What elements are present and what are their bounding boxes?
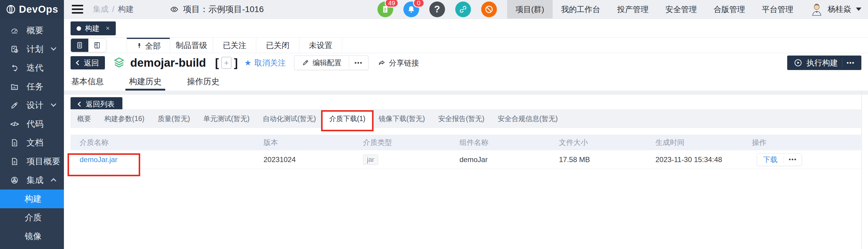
nav-item-workbench[interactable]: 我的工作台 [553, 0, 609, 19]
section-divider [64, 90, 868, 95]
sidebar-item-project-overview[interactable]: 项目概要 [0, 152, 64, 171]
sidebar-item-build[interactable]: 构建 [0, 190, 64, 208]
play-circle-icon [794, 59, 802, 67]
sidebar-item-code[interactable]: </> 代码 [0, 115, 64, 133]
workspace-tab-label: 构建 [85, 24, 99, 33]
user-name: 杨桂焱 [828, 4, 851, 15]
cell-component: demoJar [460, 156, 559, 164]
share-icon [378, 59, 386, 67]
sidebar-item-docs[interactable]: 文档 [0, 133, 64, 152]
help-button[interactable]: ? [429, 1, 445, 17]
top-bar: DevOps 集成 / 构建 项目：示例项目-1016 49 0 ? 项目(群)… [0, 0, 868, 19]
filter-tab-promotion[interactable]: 制品晋级 [170, 38, 213, 53]
section-tab-summary[interactable]: 概要 [70, 109, 98, 128]
close-icon[interactable]: × [106, 24, 110, 32]
gauge-icon [10, 26, 19, 35]
share-link-button[interactable]: 分享链接 [378, 58, 419, 68]
run-build-button[interactable]: 执行构建 ••• [787, 56, 861, 70]
breadcrumb-parent[interactable]: 集成 [93, 4, 108, 15]
layers-icon [113, 56, 125, 69]
edit-more-button[interactable]: ••• [349, 56, 368, 70]
edit-config-button[interactable]: 编辑配置 [294, 56, 349, 70]
sidebar-item-design[interactable]: 设计 [0, 96, 64, 115]
workspace-tab-build[interactable]: 构建 × [70, 22, 116, 35]
pencil-icon [302, 59, 309, 66]
unfollow-button[interactable]: ★ 取消关注 [245, 58, 286, 68]
plan-icon [10, 45, 19, 53]
pin-icon [136, 43, 143, 49]
view-toolbar: 全部 制品晋级 已关注 已关闭 未设置 [64, 38, 868, 53]
edit-config-group: 编辑配置 ••• [294, 56, 368, 70]
section-tabs: 概要 构建参数(16) 质量(暂无) 单元测试(暂无) 自动化测试(暂无) 介质… [70, 109, 861, 128]
do-not-disturb-button[interactable] [481, 1, 497, 17]
link-button[interactable] [455, 1, 471, 17]
tasks-folder-icon [10, 82, 19, 91]
nav-item-production[interactable]: 投产管理 [609, 0, 657, 19]
sidebar-item-tasks[interactable]: 任务 [0, 77, 64, 96]
tab-operation-history[interactable]: 操作历史 [187, 73, 219, 90]
app-logo[interactable]: DevOps [0, 0, 64, 19]
section-tab-build-params[interactable]: 构建参数(16) [98, 109, 151, 128]
nav-item-version[interactable]: 合版管理 [705, 0, 753, 19]
avatar [809, 2, 824, 17]
media-file-link[interactable]: demoJar.jar [80, 156, 117, 164]
section-tab-security-compliance[interactable]: 安全合规信息(暂无) [491, 109, 564, 128]
section-tab-security-report[interactable]: 安全报告(暂无) [431, 109, 491, 128]
menu-toggle-icon[interactable] [72, 5, 83, 13]
section-tab-quality[interactable]: 质量(暂无) [151, 109, 196, 128]
section-tab-auto-test[interactable]: 自动化测试(暂无) [256, 109, 322, 128]
user-menu[interactable]: 杨桂焱 [809, 2, 861, 17]
run-more-button[interactable]: ••• [846, 59, 855, 66]
active-dot-icon [76, 26, 81, 31]
integration-icon [10, 176, 19, 185]
cell-actions: 下载 ••• [752, 153, 861, 166]
filter-tab-followed[interactable]: 已关注 [213, 38, 256, 53]
block-icon [485, 5, 494, 14]
list-view-button[interactable] [71, 39, 88, 52]
sidebar-item-overview[interactable]: 概要 [0, 21, 64, 40]
workspace-tab-bar: 构建 × [64, 19, 868, 38]
sidebar-item-iteration[interactable]: 迭代 [0, 59, 64, 77]
col-header-created-time: 生成时间 [655, 138, 752, 147]
section-tab-image-download[interactable]: 镜像下载(暂无) [372, 109, 431, 128]
ellipsis-icon: ••• [354, 59, 363, 66]
notifications-button[interactable]: 0 [403, 1, 419, 17]
col-header-media-name: 介质名称 [70, 138, 264, 147]
build-header: 返回 demojar-build [ + ] ★ 取消关注 编辑配置 ••• 分… [64, 53, 868, 73]
download-button[interactable]: 下载 [757, 155, 783, 165]
col-header-component: 组件名称 [460, 138, 559, 147]
row-action-group: 下载 ••• [757, 153, 802, 166]
topbar-right: 49 0 ? 项目(群) 我的工作台 投产管理 安全管理 合版管理 平台管理 [377, 0, 868, 19]
board-view-button[interactable] [88, 39, 106, 52]
nav-item-platform[interactable]: 平台管理 [753, 0, 802, 19]
cell-version: 20231024 [264, 156, 363, 164]
bracket-badge: [ + ] [215, 56, 238, 70]
news-badge: 49 [385, 0, 398, 7]
sidebar-item-media[interactable]: 介质 [0, 208, 64, 227]
filter-tab-closed[interactable]: 已关闭 [256, 38, 299, 53]
code-icon: </> [10, 120, 19, 128]
chevron-down-icon [51, 45, 56, 50]
expand-plus-button[interactable]: + [221, 57, 231, 69]
link-icon [459, 5, 467, 13]
nav-item-projects[interactable]: 项目(群) [507, 0, 553, 19]
tab-build-history[interactable]: 构建历史 [129, 73, 162, 90]
detail-tabs: 基本信息 构建历史 操作历史 [64, 73, 868, 90]
media-table: 介质名称 版本 介质类型 组件名称 文件大小 生成时间 操作 demoJar.j… [70, 135, 861, 169]
news-button[interactable]: 49 [377, 1, 393, 17]
breadcrumb: 集成 / 构建 [93, 4, 133, 15]
back-button[interactable]: 返回 [70, 56, 105, 70]
chevron-left-icon [78, 102, 83, 107]
tab-basic-info[interactable]: 基本信息 [71, 73, 104, 90]
filter-tab-unset[interactable]: 未设置 [299, 38, 342, 53]
sidebar-item-plan[interactable]: 计划 [0, 40, 64, 59]
divider [842, 59, 842, 67]
section-tab-unit-test[interactable]: 单元测试(暂无) [196, 109, 256, 128]
col-header-actions: 操作 [752, 138, 861, 147]
sidebar-item-image[interactable]: 镜像 [0, 227, 64, 246]
section-tab-media-download[interactable]: 介质下载(1) [322, 109, 372, 128]
row-more-button[interactable]: ••• [784, 156, 802, 163]
filter-tab-all[interactable]: 全部 [127, 38, 170, 53]
nav-item-security[interactable]: 安全管理 [657, 0, 705, 19]
sidebar-item-integration[interactable]: 集成 [0, 171, 64, 190]
